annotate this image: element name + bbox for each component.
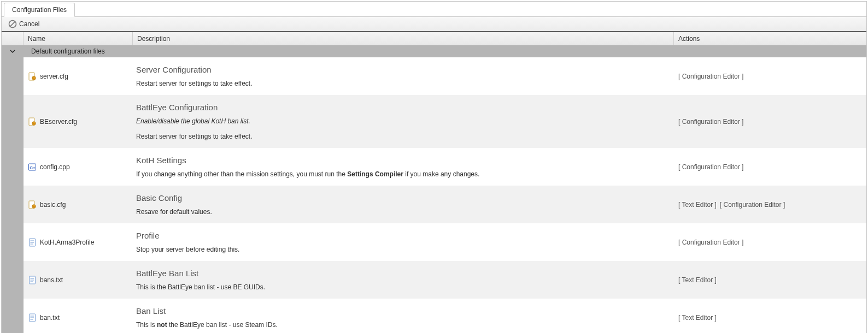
row-gutter: [2, 299, 24, 333]
cfg-file-icon: [28, 72, 37, 81]
action-link[interactable]: [ Text Editor ]: [678, 314, 717, 322]
column-header-name[interactable]: Name: [24, 32, 133, 45]
file-name: KotH.Arma3Profile: [40, 239, 94, 246]
cell-description: BattlEye ConfigurationEnable/disable the…: [133, 95, 674, 148]
cfg-file-icon: [28, 200, 37, 209]
action-link[interactable]: [ Configuration Editor ]: [678, 118, 743, 126]
cell-description: Basic ConfigResave for default values.: [133, 186, 674, 223]
action-link[interactable]: [ Configuration Editor ]: [678, 239, 743, 246]
row-title: Profile: [136, 231, 671, 240]
row-description: This is not the BattlEye ban list - use …: [136, 321, 671, 329]
group-label: Default configuration files: [24, 47, 105, 55]
toolbar: Cancel: [2, 17, 866, 32]
tab-bar: Configuration Files: [2, 2, 866, 17]
action-link[interactable]: [ Text Editor ]: [678, 276, 717, 284]
action-link[interactable]: [ Configuration Editor ]: [678, 163, 743, 171]
cell-description: Ban ListThis is not the BattlEye ban lis…: [133, 299, 674, 333]
table-row: ban.txtBan ListThis is not the BattlEye …: [2, 299, 866, 333]
svg-line-1: [10, 22, 15, 27]
app-window: Configuration Files Cancel Name Descript…: [1, 1, 867, 333]
cell-description: BattlEye Ban ListThis is the BattlEye ba…: [133, 261, 674, 299]
cpp-file-icon: [28, 163, 37, 171]
action-link[interactable]: [ Configuration Editor ]: [678, 73, 743, 80]
column-headers: Name Description Actions: [2, 32, 866, 45]
cell-description: ProfileStop your server before editing t…: [133, 223, 674, 261]
cell-actions: [ Text Editor ]: [674, 276, 866, 284]
file-name: bans.txt: [40, 276, 63, 284]
column-header-expand: [2, 32, 24, 45]
cell-name: basic.cfg: [24, 200, 133, 209]
cell-actions: [ Configuration Editor ]: [674, 118, 866, 126]
row-description: This is the BattlEye ban list - use BE G…: [136, 283, 671, 291]
cfg-file-icon: [28, 117, 37, 126]
cell-actions: [ Configuration Editor ]: [674, 163, 866, 171]
row-title: BattlEye Configuration: [136, 103, 671, 112]
tab-configuration-files[interactable]: Configuration Files: [4, 3, 75, 17]
cell-description: Server ConfigurationRestart server for s…: [133, 57, 674, 95]
file-name: ban.txt: [40, 314, 60, 322]
row-title: KotH Settings: [136, 156, 671, 165]
cell-actions: [ Configuration Editor ]: [674, 73, 866, 80]
row-description: Resave for default values.: [136, 208, 671, 216]
cell-name: config.cpp: [24, 163, 133, 171]
table-row: BEserver.cfgBattlEye ConfigurationEnable…: [2, 95, 866, 148]
table-row: basic.cfgBasic ConfigResave for default …: [2, 186, 866, 223]
column-header-description[interactable]: Description: [133, 32, 674, 45]
row-description: If you change anything other than the mi…: [136, 170, 671, 178]
file-name: BEserver.cfg: [40, 118, 77, 126]
cell-name: bans.txt: [24, 276, 133, 284]
row-title: Basic Config: [136, 193, 671, 203]
action-link[interactable]: [ Text Editor ]: [678, 201, 717, 209]
row-title: Server Configuration: [136, 65, 671, 74]
cell-actions: [ Text Editor ]: [674, 314, 866, 322]
cell-name: BEserver.cfg: [24, 117, 133, 126]
table-row: server.cfgServer ConfigurationRestart se…: [2, 57, 866, 95]
row-gutter: [2, 186, 24, 223]
table-row: bans.txtBattlEye Ban ListThis is the Bat…: [2, 261, 866, 299]
cancel-button[interactable]: Cancel: [5, 19, 43, 29]
row-description: Restart server for settings to take effe…: [136, 80, 671, 87]
row-title: Ban List: [136, 306, 671, 316]
cell-actions: [ Configuration Editor ]: [674, 239, 866, 246]
row-description: Enable/disable the global KotH ban list.…: [136, 117, 671, 140]
cell-name: server.cfg: [24, 72, 133, 81]
chevron-down-icon: [2, 49, 24, 54]
row-title: BattlEye Ban List: [136, 269, 671, 278]
cell-name: ban.txt: [24, 313, 133, 322]
table-row: KotH.Arma3ProfileProfileStop your server…: [2, 223, 866, 261]
row-gutter: [2, 148, 24, 186]
action-link[interactable]: [ Configuration Editor ]: [720, 201, 785, 209]
cancel-icon: [8, 20, 17, 28]
group-row[interactable]: Default configuration files: [2, 45, 866, 57]
file-name: config.cpp: [40, 163, 70, 171]
cell-actions: [ Text Editor ][ Configuration Editor ]: [674, 201, 866, 209]
txt-file-icon: [28, 313, 37, 322]
row-gutter: [2, 57, 24, 95]
column-header-actions[interactable]: Actions: [674, 32, 866, 45]
row-description: Stop your server before editing this.: [136, 246, 671, 253]
cancel-label: Cancel: [19, 20, 39, 28]
txt-file-icon: [28, 276, 37, 284]
row-gutter: [2, 223, 24, 261]
row-list: server.cfgServer ConfigurationRestart se…: [2, 57, 866, 333]
table-row: config.cppKotH SettingsIf you change any…: [2, 148, 866, 186]
cell-description: KotH SettingsIf you change anything othe…: [133, 148, 674, 186]
file-name: server.cfg: [40, 73, 68, 80]
file-name: basic.cfg: [40, 201, 66, 209]
row-gutter: [2, 261, 24, 299]
txt-file-icon: [28, 238, 37, 247]
cell-name: KotH.Arma3Profile: [24, 238, 133, 247]
row-gutter: [2, 95, 24, 148]
